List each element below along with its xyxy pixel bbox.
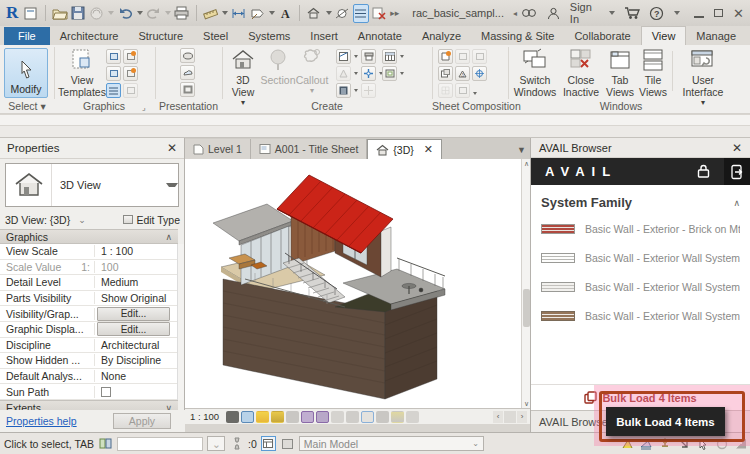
sign-in-dropdown-icon[interactable]	[609, 11, 615, 15]
minimize-button[interactable]	[694, 16, 704, 18]
filter-icon[interactable]	[715, 436, 730, 451]
property-row[interactable]: View Scale1 : 100	[0, 244, 178, 260]
tab-annotate[interactable]: Annotate	[348, 27, 412, 45]
remove-hidden-lines-icon[interactable]	[123, 66, 138, 81]
show-hidden-lines-icon[interactable]	[106, 66, 121, 81]
show-crop-region-icon[interactable]	[316, 411, 329, 423]
revit-logo-icon[interactable]: R	[4, 3, 20, 23]
aligned-dimension-icon[interactable]	[231, 4, 246, 23]
graphics-expander-icon[interactable]: ⌟	[142, 103, 146, 112]
tab-add-ins[interactable]: Add-Ins	[746, 27, 750, 45]
scroll-down-icon[interactable]: ∨	[523, 399, 530, 408]
tab-steel[interactable]: Steel	[193, 27, 238, 45]
place-view-icon[interactable]	[438, 66, 453, 81]
properties-help-link[interactable]: Properties help	[6, 415, 77, 427]
wall-type-item[interactable]: Basic Wall - Exterior Wall System 40" sq…	[531, 272, 750, 301]
tab-analyze[interactable]: Analyze	[412, 27, 471, 45]
drawing-area[interactable]	[185, 159, 530, 408]
displacement-sets-icon[interactable]	[391, 411, 404, 423]
duplicate-view-icon[interactable]	[361, 66, 376, 81]
visibility-graphics-icon[interactable]	[106, 49, 121, 64]
close-hidden-windows-icon[interactable]	[372, 4, 387, 23]
tab-manage[interactable]: Manage	[686, 27, 746, 45]
detail-level-icon[interactable]	[226, 411, 239, 423]
property-row[interactable]: DisciplineArchitectural	[0, 338, 178, 354]
properties-scrollbar[interactable]	[177, 244, 184, 400]
type-selector-dropdown-icon[interactable]	[166, 183, 178, 187]
scroll-thumb[interactable]	[523, 289, 530, 327]
property-row[interactable]: Show Hidden ...By Discipline	[0, 353, 178, 369]
property-row[interactable]: Sun Path	[0, 384, 178, 400]
sun-path-icon[interactable]	[256, 411, 269, 423]
canvas-vertical-scrollbar[interactable]: ∧ ∨	[521, 159, 530, 408]
tab-systems[interactable]: Systems	[238, 27, 300, 45]
property-row[interactable]: Graphic Displa...Edit...	[0, 322, 178, 338]
switch-windows-button[interactable]: Switch Windows	[512, 47, 558, 98]
instance-dropdown-icon[interactable]: ⌄	[78, 215, 86, 225]
sign-in-button[interactable]: Sign In	[570, 1, 600, 25]
properties-close-icon[interactable]: ✕	[167, 141, 177, 155]
drag-selection-icon[interactable]	[696, 436, 711, 451]
worksets-icon[interactable]	[229, 436, 244, 451]
3d-view-button[interactable]: 3D View ▾	[226, 47, 260, 107]
select-pinned-icon[interactable]	[658, 436, 673, 451]
legends-icon[interactable]	[336, 83, 351, 98]
select-links-icon[interactable]	[620, 436, 635, 451]
lock-icon[interactable]	[697, 164, 710, 180]
help-dropdown-icon[interactable]	[674, 11, 680, 15]
help-icon[interactable]: ?	[648, 4, 665, 23]
tab-architecture[interactable]: Architecture	[50, 27, 129, 45]
save-icon[interactable]	[71, 4, 86, 23]
print-icon[interactable]	[174, 4, 189, 23]
wall-type-item[interactable]: Basic Wall - Exterior - Brick on Mtl. St…	[531, 214, 750, 243]
select-by-face-icon[interactable]	[677, 436, 692, 451]
tag-by-category-icon[interactable]	[249, 4, 264, 23]
crop-view-icon[interactable]	[301, 411, 314, 423]
app-store-cart-icon[interactable]	[623, 4, 640, 23]
edit-button[interactable]: Edit...	[97, 322, 170, 336]
thin-lines-ribbon-icon[interactable]	[106, 83, 121, 98]
analytical-model-icon[interactable]	[376, 411, 389, 423]
scroll-up-icon[interactable]: ∧	[523, 159, 530, 168]
qat-customize-icon[interactable]: ▸▸	[390, 8, 399, 18]
sign-out-icon[interactable]	[724, 158, 750, 185]
tab-structure[interactable]: Structure	[128, 27, 193, 45]
avail-close-icon[interactable]: ✕	[732, 141, 742, 155]
view-templates-button[interactable]: View Templates	[58, 47, 106, 98]
scope-box-icon[interactable]	[382, 66, 397, 81]
view-tab-list-icon[interactable]: ▼	[517, 145, 526, 159]
edit-type-button[interactable]: Edit Type	[123, 214, 180, 226]
edit-button[interactable]: Edit...	[97, 307, 170, 321]
view-tab-level1[interactable]: Level 1	[185, 139, 251, 159]
filter-graphics-icon[interactable]	[123, 49, 138, 64]
worksharing-display-icon[interactable]	[261, 436, 276, 451]
temporary-hide-isolate-icon[interactable]	[331, 411, 344, 423]
modify-button[interactable]: Modify	[4, 48, 48, 98]
type-selector[interactable]: 3D View	[5, 163, 179, 207]
render-in-cloud-icon[interactable]	[180, 65, 195, 80]
file-menu-icon[interactable]	[23, 4, 38, 23]
default-3d-view-icon[interactable]	[306, 4, 321, 23]
text-icon[interactable]: A	[278, 4, 293, 23]
reveal-constraints-icon[interactable]	[406, 411, 419, 423]
thin-lines-icon[interactable]	[353, 4, 369, 23]
tab-view[interactable]: View	[641, 26, 687, 45]
instance-selector[interactable]: 3D View: {3D}	[5, 214, 70, 226]
wall-type-item[interactable]: Basic Wall - Exterior Wall System 6 ft 8…	[531, 301, 750, 330]
plan-views-icon[interactable]	[336, 49, 351, 64]
tab-insert[interactable]: Insert	[300, 27, 348, 45]
maximize-button[interactable]	[714, 9, 723, 17]
property-row[interactable]: Default Analys...None	[0, 369, 178, 385]
scroll-right-icon[interactable]: ›	[517, 411, 527, 423]
select-panel-label[interactable]: Select ▾	[0, 100, 54, 114]
tab-views-button[interactable]: Tab Views	[604, 47, 636, 98]
property-row[interactable]: Detail LevelMedium	[0, 275, 178, 291]
resize-grip[interactable]	[736, 439, 746, 449]
property-row[interactable]: Visibility/Grap...Edit...	[0, 306, 178, 322]
design-options-combo[interactable]: Main Model ⌄	[299, 436, 484, 451]
tile-views-button[interactable]: Tile Views	[638, 47, 668, 98]
open-file-icon[interactable]	[52, 4, 68, 23]
create-panel-label[interactable]: Create	[222, 100, 432, 114]
shadows-icon[interactable]	[271, 411, 284, 423]
visual-style-icon[interactable]	[241, 411, 254, 423]
